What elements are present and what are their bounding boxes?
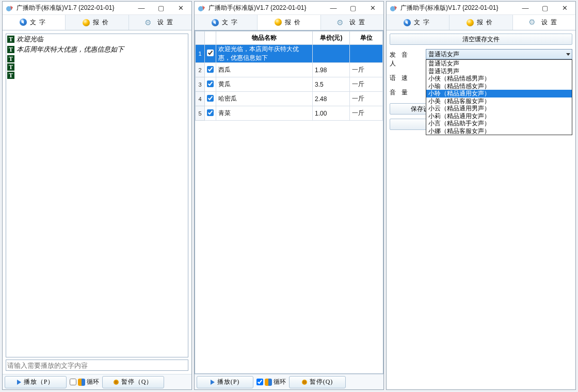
maximize-button[interactable]: ▢ xyxy=(343,2,363,14)
text-input[interactable] xyxy=(6,360,188,371)
voice-dropdown[interactable]: 普通话女声普通话男声小侠（精品情感男声）小瑜（精品情感女声）小聆（精品通用女声）… xyxy=(426,59,572,135)
col-check xyxy=(205,31,216,45)
text-list[interactable]: T欢迎光临 T本店周年庆特大优惠，优惠信息如下 T T T xyxy=(6,34,188,357)
table-row[interactable]: 2西瓜1.98一斤 xyxy=(196,63,383,77)
cell-check[interactable] xyxy=(205,45,216,63)
play-icon xyxy=(17,380,21,385)
close-button[interactable]: ✕ xyxy=(171,2,190,14)
minimize-button[interactable]: — xyxy=(516,2,535,14)
cell-name: 黄瓜 xyxy=(216,77,313,92)
table-row[interactable]: 3黄瓜3.5一斤 xyxy=(196,77,383,92)
pause-button[interactable]: 暂停（Q） xyxy=(102,376,164,388)
tab-text[interactable]: 文字 xyxy=(3,15,66,30)
maximize-button[interactable]: ▢ xyxy=(535,2,555,14)
row-checkbox[interactable] xyxy=(207,50,214,56)
list-item[interactable]: T欢迎光临 xyxy=(6,34,188,44)
voice-combo[interactable]: 普通话女声 普通话女声普通话男声小侠（精品情感男声）小瑜（精品情感女声）小聆（精… xyxy=(426,49,572,59)
loop-checkbox[interactable] xyxy=(256,379,263,385)
cell-price xyxy=(313,45,350,63)
tab-price[interactable]: 报价 xyxy=(258,15,320,30)
price-grid[interactable]: 物品名称 单价(元) 单位 1欢迎光临，本店周年庆特大优惠，优惠信息如下2西瓜1… xyxy=(195,30,383,374)
cell-price: 2.48 xyxy=(313,92,350,106)
cell-price: 1.00 xyxy=(313,106,350,121)
loop-toggle[interactable]: 循环 xyxy=(256,378,286,386)
tab-settings[interactable]: ⚙设置 xyxy=(321,15,383,30)
tab-price-label: 报价 xyxy=(93,18,111,27)
window-title: 广播助手(标准版)V1.7 {2022-01-01} xyxy=(400,4,498,12)
gear-icon: ⚙ xyxy=(528,19,538,26)
voice-selected: 普通话女声 xyxy=(428,50,459,59)
titlebar: 广播助手(标准版)V1.7 {2022-01-01} — ▢ ✕ xyxy=(195,2,383,15)
list-item-text: 欢迎光临 xyxy=(17,35,43,44)
list-item[interactable]: T xyxy=(6,71,188,79)
bottom-toolbar: 播放(P) 循环 暂停(Q) xyxy=(195,374,383,389)
loop-icon xyxy=(265,379,272,386)
voice-option[interactable]: 小莉（精品通用女声） xyxy=(426,112,572,120)
cell-check[interactable] xyxy=(205,63,216,77)
close-button[interactable]: ✕ xyxy=(363,2,382,14)
voice-option[interactable]: 小言（精品助手女声） xyxy=(426,120,572,127)
row-checkbox[interactable] xyxy=(207,80,214,87)
tab-text[interactable]: 文字 xyxy=(195,15,258,30)
tab-price[interactable]: 报价 xyxy=(449,15,512,30)
voice-option[interactable]: 小美（精品客服女声） xyxy=(426,97,572,105)
cell-name: 西瓜 xyxy=(216,63,313,77)
cell-rownum: 1 xyxy=(196,45,205,63)
table-row[interactable]: 1欢迎光临，本店周年庆特大优惠，优惠信息如下 xyxy=(196,45,383,63)
t-icon: T xyxy=(7,72,14,79)
table-row[interactable]: 5青菜1.00一斤 xyxy=(196,106,383,121)
tab-price-label: 报价 xyxy=(477,18,495,27)
gear-icon: ⚙ xyxy=(336,19,346,26)
tab-text-label: 文字 xyxy=(222,18,240,27)
window-price: 广播助手(标准版)V1.7 {2022-01-01} — ▢ ✕ 文字 报价 ⚙… xyxy=(194,1,384,390)
voice-option[interactable]: 普通话男声 xyxy=(426,68,572,75)
list-item[interactable]: T xyxy=(6,63,188,71)
cell-rownum: 3 xyxy=(196,77,205,92)
minimize-button[interactable]: — xyxy=(132,2,151,14)
tab-settings[interactable]: ⚙设置 xyxy=(129,15,191,30)
voice-option[interactable]: 小侠（精品情感男声） xyxy=(426,75,572,83)
voice-option[interactable]: 小娜（精品客服女声） xyxy=(426,127,572,135)
maximize-button[interactable]: ▢ xyxy=(151,2,171,14)
cell-check[interactable] xyxy=(205,92,216,106)
cell-unit: 一斤 xyxy=(350,77,383,92)
tab-text[interactable]: 文字 xyxy=(387,15,449,30)
row-checkbox[interactable] xyxy=(207,66,214,73)
loop-toggle[interactable]: 循环 xyxy=(70,378,99,386)
tab-settings[interactable]: ⚙设置 xyxy=(513,15,575,30)
row-checkbox[interactable] xyxy=(207,109,214,116)
cell-unit: 一斤 xyxy=(350,92,383,106)
loop-checkbox[interactable] xyxy=(70,379,76,385)
row-checkbox[interactable] xyxy=(207,95,214,102)
cell-name: 哈密瓜 xyxy=(216,92,313,106)
voice-option[interactable]: 小瑜（精品情感女声） xyxy=(426,83,572,90)
tab-text-label: 文字 xyxy=(30,18,49,27)
pause-button[interactable]: 暂停(Q) xyxy=(289,376,346,388)
bottom-toolbar: 播放（P） 循环 暂停（Q） xyxy=(3,374,191,389)
titlebar: 广播助手(标准版)V1.7 {2022-01-01} — ▢ ✕ xyxy=(3,2,191,15)
tab-settings-label: 设置 xyxy=(157,18,176,27)
play-button[interactable]: 播放(P) xyxy=(197,376,253,388)
cell-check[interactable] xyxy=(205,106,216,121)
play-button[interactable]: 播放（P） xyxy=(5,376,67,388)
window-title: 广播助手(标准版)V1.7 {2022-01-01} xyxy=(17,4,114,12)
window-settings: 广播助手(标准版)V1.7 {2022-01-01} — ▢ ✕ 文字 报价 ⚙… xyxy=(386,1,576,390)
voice-option[interactable]: 小云（精品通用男声） xyxy=(426,105,572,112)
cell-check[interactable] xyxy=(205,77,216,92)
col-name: 物品名称 xyxy=(216,31,313,45)
t-icon: T xyxy=(7,46,14,53)
col-price: 单价(元) xyxy=(313,31,350,45)
tab-price[interactable]: 报价 xyxy=(66,15,129,30)
table-row[interactable]: 4哈密瓜2.48一斤 xyxy=(196,92,383,106)
minimize-button[interactable]: — xyxy=(324,2,343,14)
pause-button-label: 暂停（Q） xyxy=(121,378,153,386)
voice-option[interactable]: 普通话女声 xyxy=(426,60,572,68)
list-item[interactable]: T xyxy=(6,55,188,63)
clear-cache-button[interactable]: 清空缓存文件 xyxy=(390,34,572,45)
window-text: 广播助手(标准版)V1.7 {2022-01-01} — ▢ ✕ 文字 报价 ⚙… xyxy=(2,1,192,390)
list-item[interactable]: T本店周年庆特大优惠，优惠信息如下 xyxy=(6,44,188,55)
voice-option[interactable]: 小聆（精品通用女声） xyxy=(426,90,572,97)
close-button[interactable]: ✕ xyxy=(555,2,574,14)
coin-icon xyxy=(83,19,90,26)
pause-button-label: 暂停(Q) xyxy=(310,378,333,386)
